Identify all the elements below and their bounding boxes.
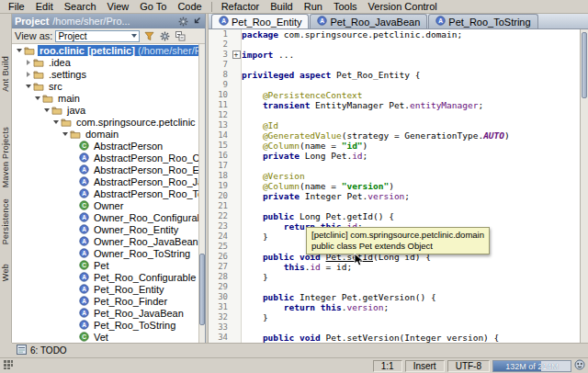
tree-item-owner[interactable]: COwner xyxy=(12,199,205,211)
aspect-icon: A xyxy=(79,308,89,318)
code-text: @Column(name = "version") xyxy=(242,181,588,191)
project-panel-path: /home/sher/Pro... xyxy=(52,16,176,27)
class-icon: C xyxy=(79,260,89,270)
aspect-file-icon: A xyxy=(219,16,229,28)
caret-position-indicator[interactable]: 1:1 xyxy=(373,360,402,372)
code-text: @GeneratedValue(strategy = GenerationTyp… xyxy=(242,130,588,141)
tree-item-pet-roo-entity[interactable]: APet_Roo_Entity xyxy=(12,283,205,295)
tree-item-owner-roo-configurable[interactable]: AOwner_Roo_Configurable xyxy=(12,211,205,223)
menu-item-version-control[interactable]: Version Control xyxy=(363,0,443,14)
tree-scrollbar[interactable] xyxy=(198,44,205,343)
tree-item-java[interactable]: java xyxy=(12,104,205,116)
tree-item-settings[interactable]: .settings xyxy=(12,68,205,80)
fold-column xyxy=(231,110,242,120)
code-text: return this.version; xyxy=(242,302,588,312)
tree-item-com-springsource-petclinic[interactable]: com.springsource.petclinic xyxy=(12,116,205,128)
tree-item-abstractperson-roo-entity[interactable]: AAbstractPerson_Roo_Entity xyxy=(12,164,205,175)
toolwindow-button-web[interactable]: Web xyxy=(1,264,10,281)
tree-item-domain[interactable]: domain xyxy=(12,128,205,140)
collapsed-arrow-icon[interactable] xyxy=(24,60,32,65)
tree-item-src[interactable]: src xyxy=(12,80,205,92)
code-line: 34 public void Pet.setVersion(Integer ve… xyxy=(209,333,588,343)
tree-item-abstractperson[interactable]: CAbstractPerson xyxy=(12,140,205,152)
editor-tab-pet-roo-tostring[interactable]: APet_Roo_ToString xyxy=(428,14,537,28)
code-line: 32 } xyxy=(209,312,588,322)
code-line: 1package com.springsource.petclinic.doma… xyxy=(209,29,588,40)
menu-item-run[interactable]: Run xyxy=(299,0,328,14)
editor-body[interactable]: 1package com.springsource.petclinic.doma… xyxy=(209,29,588,343)
editor-tab-pet-roo-entity[interactable]: APet_Roo_Entity xyxy=(211,14,309,28)
code-text xyxy=(242,161,588,171)
menu-item-code[interactable]: Code xyxy=(172,0,207,14)
fold-marker[interactable]: + xyxy=(231,50,242,60)
menu-item-go-to[interactable]: Go To xyxy=(134,0,172,14)
tree-settings-button[interactable] xyxy=(158,29,171,42)
expanded-arrow-icon[interactable] xyxy=(24,85,32,88)
panel-settings-button[interactable] xyxy=(177,16,189,27)
tree-item-pet-roo-finder[interactable]: APet_Roo_Finder xyxy=(12,295,205,307)
tree-item-abstractperson-roo-tostr[interactable]: AAbstractPerson_Roo_ToStr... xyxy=(12,187,205,199)
tree-item-idea[interactable]: .idea xyxy=(12,56,205,68)
toolwindow-button-ant-build[interactable]: Ant Build xyxy=(1,56,10,92)
view-as-value: Project xyxy=(58,31,131,41)
aspect-icon: A xyxy=(79,296,89,306)
tree-item-owner-roo-entity[interactable]: AOwner_Roo_Entity xyxy=(12,223,205,235)
memory-indicator[interactable]: 132M of 214M xyxy=(492,360,571,372)
tree-item-roo-clinic-petclinic[interactable]: roo.clinic [petclinic] (/home/sher/Proje… xyxy=(12,44,205,56)
menu-item-tools[interactable]: Tools xyxy=(328,0,363,14)
line-number: 27 xyxy=(209,262,231,272)
tree-item-pet[interactable]: CPet xyxy=(12,259,205,271)
tree-item-label: Owner xyxy=(92,200,125,211)
fold-column xyxy=(231,282,242,292)
editor-scrollbar-thumb[interactable] xyxy=(582,32,587,98)
collapsed-arrow-icon[interactable] xyxy=(24,72,32,77)
tree-item-owner-roo-tostring[interactable]: AOwner_Roo_ToString xyxy=(12,247,205,259)
menu-item-view[interactable]: View xyxy=(102,0,135,14)
code-line: 20 private Integer Pet.version; xyxy=(209,191,588,201)
view-as-combobox[interactable]: Project xyxy=(55,30,140,42)
code-line: 30 public Integer Pet.getVersion() { xyxy=(209,292,588,302)
highlighting-level-icon[interactable] xyxy=(574,359,585,372)
menu-separator xyxy=(211,2,212,12)
editor-tab-pet-roo-javabean[interactable]: APet_Roo_JavaBean xyxy=(310,14,427,28)
svg-text:A: A xyxy=(82,238,86,244)
todo-tool-window-button[interactable]: 6: TODO xyxy=(30,345,67,356)
insert-mode-indicator[interactable]: Insert xyxy=(405,360,445,372)
tree-scrollbar-thumb[interactable] xyxy=(199,254,205,325)
menu-item-edit[interactable]: Edit xyxy=(30,0,59,14)
tree-item-abstractperson-roo-confi[interactable]: AAbstractPerson_Roo_Confi... xyxy=(12,152,205,164)
expanded-arrow-icon[interactable] xyxy=(15,49,23,52)
tree-item-owner-roo-javabean[interactable]: AOwner_Roo_JavaBean xyxy=(12,235,205,247)
editor-scrollbar[interactable] xyxy=(580,29,588,343)
view-as-label: View as: xyxy=(15,30,52,41)
menu-item-search[interactable]: Search xyxy=(59,0,102,14)
tree-item-abstractperson-roo-javab[interactable]: AAbstractPerson_Roo_JavaB... xyxy=(12,175,205,187)
expanded-arrow-icon[interactable] xyxy=(33,96,41,100)
code-area[interactable]: 1package com.springsource.petclinic.doma… xyxy=(209,29,588,343)
tree-item-pet-roo-tostring[interactable]: APet_Roo_ToString xyxy=(12,319,205,331)
tree-item-vet[interactable]: CVet xyxy=(12,331,205,343)
svg-text:A: A xyxy=(82,190,86,197)
toolwindow-button-persistence[interactable]: Persistence xyxy=(1,198,10,244)
menu-item-refactor[interactable]: Refactor xyxy=(216,0,266,14)
menu-item-file[interactable]: File xyxy=(3,0,30,14)
toolwindow-button-maven-projects[interactable]: Maven Projects xyxy=(1,127,10,187)
line-number: 20 xyxy=(209,191,231,201)
menu-item-build[interactable]: Build xyxy=(265,0,298,14)
tree-item-pet-roo-configurable[interactable]: APet_Roo_Configurable xyxy=(12,271,205,283)
toggle-toolwindows-icon[interactable] xyxy=(3,359,14,372)
tree-item-main[interactable]: main xyxy=(12,92,205,104)
collapse-all-button[interactable] xyxy=(174,29,187,42)
code-line: 8privileged aspect Pet_Roo_Entity { xyxy=(209,70,588,80)
svg-text:A: A xyxy=(82,214,86,220)
expanded-arrow-icon[interactable] xyxy=(61,132,69,136)
expanded-arrow-icon[interactable] xyxy=(42,108,51,112)
project-tree: roo.clinic [petclinic] (/home/sher/Proje… xyxy=(12,44,205,343)
encoding-indicator[interactable]: UTF-8 xyxy=(447,360,490,372)
tree-item-pet-roo-javabean[interactable]: APet_Roo_JavaBean xyxy=(12,307,205,319)
code-text: @PersistenceContext xyxy=(242,90,588,100)
hide-panel-button[interactable] xyxy=(190,16,202,27)
expanded-arrow-icon[interactable] xyxy=(51,120,60,124)
aspect-icon: A xyxy=(79,272,89,282)
filter-button[interactable] xyxy=(142,29,155,42)
